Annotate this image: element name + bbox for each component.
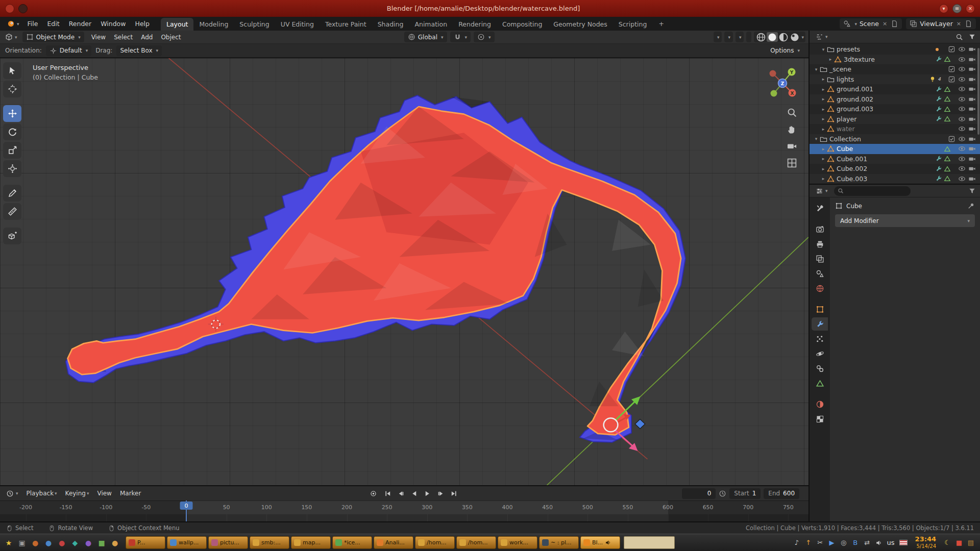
gizmo-z-handle[interactable] [635, 419, 645, 429]
frame-end-field[interactable]: End 600 [764, 488, 799, 499]
menu-render[interactable]: Render [64, 18, 96, 30]
launcher-menu-icon[interactable]: ★ [3, 537, 15, 549]
tab-layout[interactable]: Layout [161, 18, 194, 31]
properties-tab-physics[interactable] [812, 347, 828, 360]
disclosure-closed-icon[interactable]: ▸ [820, 127, 827, 132]
launcher-launcher-2-icon[interactable]: ▣ [16, 537, 28, 549]
menu-file[interactable]: File [23, 18, 43, 30]
launcher-launcher-7-icon[interactable]: ● [82, 537, 94, 549]
taskbar-window-9[interactable]: /hom... [456, 536, 496, 549]
tool-select-box[interactable] [3, 62, 21, 79]
show-visibility-button[interactable]: ▾ [714, 32, 722, 42]
current-frame-indicator[interactable]: 0 [180, 502, 193, 510]
properties-tab-object[interactable] [812, 303, 828, 316]
add-modifier-button[interactable]: Add Modifier ▾ [835, 214, 975, 227]
properties-tab-particles[interactable] [812, 332, 828, 345]
blender-menu-button[interactable]: ▾ [4, 20, 22, 28]
launcher-launcher-6-icon[interactable]: ◆ [69, 537, 81, 549]
viewport-menu-view[interactable]: View [87, 32, 110, 42]
tray-right-item-3[interactable]: ▤ [967, 539, 974, 546]
taskbar-empty-slot[interactable] [624, 536, 675, 549]
pin-icon[interactable] [967, 202, 975, 210]
toggle-eye-icon[interactable] [958, 45, 966, 53]
window-sticky-button[interactable] [18, 4, 28, 13]
tab-texture-paint[interactable]: Texture Paint [320, 18, 372, 31]
taskbar-window-4[interactable]: smb:... [250, 536, 289, 549]
show-gizmo-button[interactable]: ▾ [724, 32, 733, 42]
tool-rotate[interactable] [3, 123, 21, 140]
tool-move[interactable] [3, 105, 21, 122]
toggle-ortho-button[interactable] [787, 158, 797, 168]
toggle-checkbox-icon[interactable] [948, 135, 955, 143]
disclosure-closed-icon[interactable]: ▸ [820, 107, 827, 112]
tray-item-3[interactable]: ✂ [817, 539, 824, 546]
properties-tab-tool[interactable] [812, 202, 828, 215]
toggle-camera-icon[interactable] [968, 115, 976, 123]
toggle-camera-icon[interactable] [968, 145, 976, 153]
toggle-eye-icon[interactable] [958, 56, 966, 63]
window-app-menu-button[interactable] [5, 4, 14, 13]
tray-right-item-1[interactable]: ☾ [944, 539, 951, 546]
zoom-button[interactable] [787, 107, 797, 118]
proportional-editing-button[interactable]: ▾ [474, 32, 495, 42]
outliner-row-ground-003[interactable]: ▸ground.003 [810, 104, 980, 114]
disclosure-closed-icon[interactable]: ▸ [827, 57, 834, 62]
properties-tab-scene[interactable] [812, 267, 828, 280]
toggle-checkbox-icon[interactable] [948, 65, 955, 73]
window-close-button[interactable]: × [966, 4, 975, 13]
play-button[interactable] [421, 488, 433, 499]
snapping-button[interactable]: ▾ [450, 32, 471, 42]
outliner-row-player[interactable]: ▸player [810, 114, 980, 124]
timeline-menu-keying[interactable]: Keying▾ [61, 488, 93, 498]
window-shade-button[interactable]: ▾ [939, 4, 948, 13]
shading-wireframe-button[interactable] [755, 32, 767, 42]
tray-item-8[interactable] [875, 539, 883, 546]
disclosure-closed-icon[interactable]: ▸ [820, 116, 827, 121]
disclosure-closed-icon[interactable]: ▸ [820, 156, 827, 161]
disclosure-open-icon[interactable]: ▾ [813, 67, 820, 72]
properties-tab-texture[interactable] [812, 412, 828, 425]
launcher-launcher-8-icon[interactable]: ■ [95, 537, 108, 549]
add-workspace-button[interactable]: + [653, 17, 669, 30]
properties-tab-view-layer[interactable] [812, 252, 828, 265]
window-maximize-button[interactable]: ≡ [952, 4, 962, 13]
outliner-row-cube-001[interactable]: ▸Cube.001 [810, 154, 980, 164]
outliner-row-ground-002[interactable]: ▸ground.002 [810, 94, 980, 105]
properties-tab-output[interactable] [812, 237, 828, 251]
menu-window[interactable]: Window [96, 18, 130, 30]
toggle-camera-icon[interactable] [968, 175, 976, 183]
outliner-editor-type-button[interactable]: ▾ [814, 32, 830, 42]
properties-search-input[interactable] [834, 186, 911, 196]
toggle-camera-icon[interactable] [968, 105, 976, 113]
timeline-menu-marker[interactable]: Marker [116, 488, 145, 498]
properties-tab-object-data[interactable] [812, 377, 828, 390]
toggle-eye-icon[interactable] [958, 175, 966, 183]
outliner-row-collection[interactable]: ▾Collection [810, 134, 980, 144]
tab-rendering[interactable]: Rendering [453, 18, 497, 31]
outliner-row-presets[interactable]: ▾presets [810, 44, 980, 55]
toggle-eye-icon[interactable] [958, 65, 966, 73]
outliner-row-cube[interactable]: ▸Cube [810, 144, 980, 154]
disclosure-open-icon[interactable]: ▾ [820, 47, 827, 52]
launcher-launcher-9-icon[interactable]: ● [109, 537, 121, 549]
launcher-launcher-5-icon[interactable]: ● [56, 537, 68, 549]
tray-right-item-2[interactable]: ■ [955, 539, 963, 546]
toggle-camera-icon[interactable] [968, 65, 976, 73]
toggle-checkbox-icon[interactable] [948, 76, 955, 83]
transform-orientation-selector[interactable]: Global ▾ [404, 32, 447, 42]
tab-uv-editing[interactable]: UV Editing [275, 18, 320, 31]
shading-solid-button[interactable] [767, 32, 778, 42]
properties-tab-modifiers[interactable] [812, 317, 828, 331]
taskbar-clock[interactable]: 23:44 5/14/24 [912, 536, 939, 549]
filter-icon[interactable] [968, 33, 976, 41]
taskbar-window-7[interactable]: Anali... [374, 536, 413, 549]
viewport-menu-add[interactable]: Add [137, 32, 157, 42]
disclosure-closed-icon[interactable]: ▸ [820, 146, 827, 152]
taskbar-window-3[interactable]: pictu... [208, 536, 248, 549]
menu-help[interactable]: Help [130, 18, 154, 30]
tray-item-5[interactable]: ◎ [840, 539, 847, 546]
toggle-camera-icon[interactable] [968, 125, 976, 133]
properties-tab-world[interactable] [812, 282, 828, 295]
tray-item-1[interactable]: ♪ [793, 539, 800, 546]
shading-material-preview-button[interactable] [778, 32, 789, 42]
